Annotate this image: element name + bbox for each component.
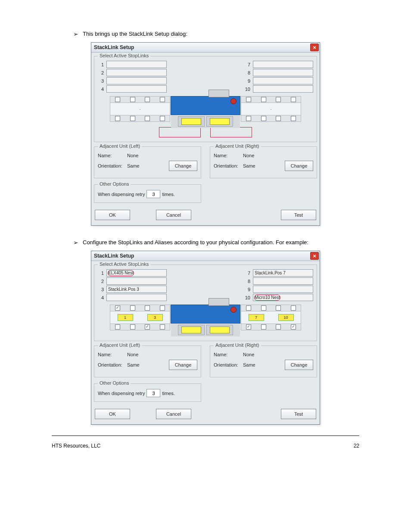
titlebar: StackLink Setup ✕ bbox=[91, 43, 320, 53]
instruction-1-text: This brings up the StackLink Setup dialo… bbox=[83, 30, 187, 38]
slot-7-value: StackLink.Pos 7 bbox=[255, 271, 286, 275]
plate-icon bbox=[206, 325, 233, 335]
footer-page-number: 22 bbox=[354, 443, 359, 449]
change-left-button[interactable]: Change bbox=[169, 360, 197, 370]
select-active-stoplinks-group: Select Active StopLinks 1 2 3 4 7 8 9 10 bbox=[94, 56, 317, 142]
left-slot-list: 1 2 3 4 bbox=[98, 60, 167, 93]
test-button[interactable]: Test bbox=[281, 210, 316, 220]
change-right-button[interactable]: Change bbox=[285, 161, 313, 171]
adj-left-orientation: Same bbox=[127, 163, 140, 168]
slot-1-field[interactable] bbox=[106, 61, 167, 68]
slot-8-field[interactable] bbox=[253, 277, 313, 285]
dialog-title: StackLink Setup bbox=[94, 253, 134, 259]
retry-count-input[interactable] bbox=[146, 190, 160, 198]
highlight-box-left bbox=[159, 127, 201, 137]
instruction-2-text: Configure the StopLinks and Aliases acco… bbox=[83, 239, 308, 246]
bullet-arrow-icon: ➢ bbox=[73, 31, 78, 37]
close-icon[interactable]: ✕ bbox=[310, 44, 319, 51]
titlebar: StackLink Setup ✕ bbox=[91, 251, 320, 261]
slot-10-field[interactable]: Micro10 Nest bbox=[253, 294, 313, 301]
plate-icon bbox=[178, 116, 205, 127]
checkbox-icon[interactable] bbox=[145, 324, 150, 330]
ok-button[interactable]: OK bbox=[95, 210, 130, 220]
page-footer: HTS Resources, LLC 22 bbox=[52, 443, 359, 449]
checkbox-icon[interactable] bbox=[246, 324, 251, 330]
slot-3-field[interactable] bbox=[106, 77, 167, 84]
slot-7-field[interactable] bbox=[253, 61, 313, 68]
track-diagram: · · bbox=[98, 96, 313, 128]
plate-icon bbox=[206, 116, 233, 127]
dispenser-icon bbox=[171, 96, 240, 115]
group-legend: Select Active StopLinks bbox=[98, 53, 150, 58]
adjacent-unit-left-group: Adjacent Unit (Left) Name:None Orientati… bbox=[94, 146, 201, 178]
footer-left: HTS Resources, LLC bbox=[52, 443, 100, 449]
slot-9-field[interactable] bbox=[253, 286, 313, 293]
adj-right-orientation: Same bbox=[243, 163, 255, 168]
checkbox-icon[interactable] bbox=[115, 305, 120, 311]
slot-7-field[interactable]: StackLink.Pos 7 bbox=[253, 269, 313, 277]
position-7-marker: 7 bbox=[249, 314, 264, 321]
slot-3-field[interactable]: StackLink.Pos 3 bbox=[106, 286, 167, 293]
position-1-marker: 1 bbox=[118, 314, 133, 321]
adjacent-unit-right-group: Adjacent Unit (Right) Name:None Orientat… bbox=[210, 345, 317, 377]
plate-icon bbox=[178, 325, 205, 335]
right-slot-list: 7StackLink.Pos 7 8 9 10Micro10 Nest bbox=[244, 268, 313, 302]
highlight-box-right bbox=[210, 127, 252, 137]
slot-10-value: Micro10 Nest bbox=[254, 295, 280, 301]
instruction-2: ➢ Configure the StopLinks and Aliases ac… bbox=[73, 239, 385, 246]
stacklink-setup-dialog-2: StackLink Setup ✕ Select Active StopLink… bbox=[91, 251, 320, 425]
select-active-stoplinks-group: Select Active StopLinks 1ELX405 Nest 2 3… bbox=[94, 264, 317, 341]
left-slot-list: 1ELX405 Nest 2 3StackLink.Pos 3 4 bbox=[98, 268, 167, 302]
stacklink-setup-dialog-1: StackLink Setup ✕ Select Active StopLink… bbox=[91, 42, 320, 226]
slot-4-field[interactable] bbox=[106, 294, 167, 301]
adj-right-name: None bbox=[243, 153, 254, 158]
ok-button[interactable]: OK bbox=[95, 409, 130, 419]
adjacent-unit-right-group: Adjacent Unit (Right) Name:None Orientat… bbox=[210, 146, 317, 178]
adjacent-unit-left-group: Adjacent Unit (Left) Name:None Orientati… bbox=[94, 345, 201, 377]
slot-1-value: ELX405 Nest bbox=[108, 270, 134, 276]
footer-rule bbox=[52, 436, 359, 436]
retry-count-input[interactable] bbox=[146, 389, 160, 397]
dialog-title: StackLink Setup bbox=[94, 44, 134, 50]
slot-9-field[interactable] bbox=[253, 77, 313, 84]
cancel-button[interactable]: Cancel bbox=[156, 409, 191, 419]
adj-left-name: None bbox=[127, 153, 138, 158]
position-10-marker: 10 bbox=[278, 314, 294, 321]
slot-10-field[interactable] bbox=[253, 85, 313, 93]
slot-1-field[interactable]: ELX405 Nest bbox=[106, 269, 167, 277]
change-left-button[interactable]: Change bbox=[169, 161, 197, 171]
bullet-arrow-icon: ➢ bbox=[73, 239, 78, 246]
change-right-button[interactable]: Change bbox=[285, 360, 313, 370]
right-slot-list: 7 8 9 10 bbox=[244, 60, 313, 93]
other-options-group: Other Options When dispensing retry time… bbox=[94, 184, 201, 203]
slot-2-field[interactable] bbox=[106, 277, 167, 285]
close-icon[interactable]: ✕ bbox=[310, 252, 319, 260]
other-options-group: Other Options When dispensing retry time… bbox=[94, 383, 201, 402]
checkbox-icon[interactable] bbox=[291, 324, 296, 330]
slot-3-value: StackLink.Pos 3 bbox=[108, 287, 139, 292]
slot-8-field[interactable] bbox=[253, 69, 313, 76]
track-diagram: 1 3 bbox=[98, 305, 313, 336]
slot-4-field[interactable] bbox=[106, 85, 167, 93]
slot-2-field[interactable] bbox=[106, 69, 167, 76]
dispenser-icon bbox=[171, 305, 240, 324]
instruction-1: ➢ This brings up the StackLink Setup dia… bbox=[73, 30, 385, 38]
position-3-marker: 3 bbox=[147, 314, 163, 321]
cancel-button[interactable]: Cancel bbox=[156, 210, 191, 220]
test-button[interactable]: Test bbox=[281, 409, 316, 419]
